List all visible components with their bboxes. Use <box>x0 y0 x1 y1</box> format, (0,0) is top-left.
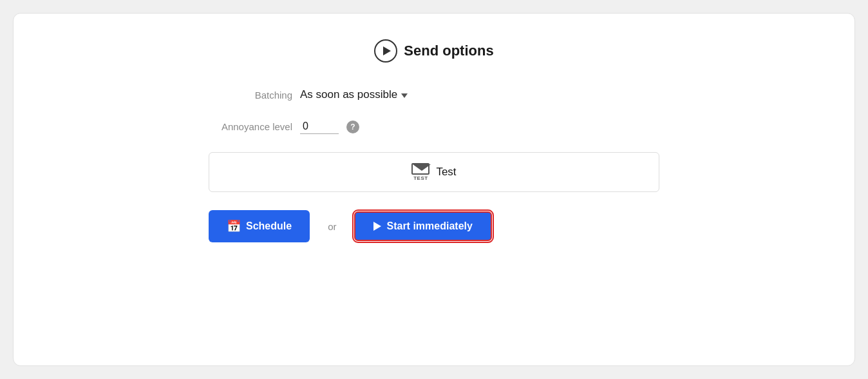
schedule-button-label: Schedule <box>246 220 292 232</box>
batching-label: Batching <box>209 90 292 101</box>
page-title: Send options <box>404 43 493 59</box>
play-icon <box>373 222 381 231</box>
annoyance-row: Annoyance level ? <box>209 119 659 134</box>
start-immediately-button[interactable]: Start immediately <box>354 211 491 241</box>
help-icon-text: ? <box>350 122 355 131</box>
buttons-row: 📅 Schedule or Start immediately <box>209 210 659 242</box>
annoyance-label: Annoyance level <box>209 121 292 132</box>
batching-row: Batching As soon as possible <box>209 88 659 101</box>
annoyance-input[interactable] <box>300 119 339 134</box>
send-options-card: Send options Batching As soon as possibl… <box>13 13 855 366</box>
help-icon[interactable]: ? <box>346 121 359 133</box>
envelope-label: TEST <box>413 175 428 181</box>
header: Send options <box>374 39 493 63</box>
start-button-label: Start immediately <box>386 220 472 232</box>
chevron-down-icon <box>401 93 408 98</box>
or-separator: or <box>328 221 336 232</box>
batching-dropdown[interactable]: As soon as possible <box>300 88 408 101</box>
schedule-button[interactable]: 📅 Schedule <box>209 210 310 242</box>
play-circle-icon <box>374 39 397 63</box>
form-area: Batching As soon as possible Annoyance l… <box>209 88 659 242</box>
test-item-box: TEST Test <box>209 152 659 192</box>
envelope-body <box>411 163 429 175</box>
play-triangle <box>383 46 391 55</box>
calendar-icon: 📅 <box>227 219 241 233</box>
envelope-flap <box>413 164 431 171</box>
envelope-test-icon: TEST <box>411 163 429 181</box>
batching-value: As soon as possible <box>300 88 397 101</box>
test-item-text: Test <box>436 166 456 179</box>
